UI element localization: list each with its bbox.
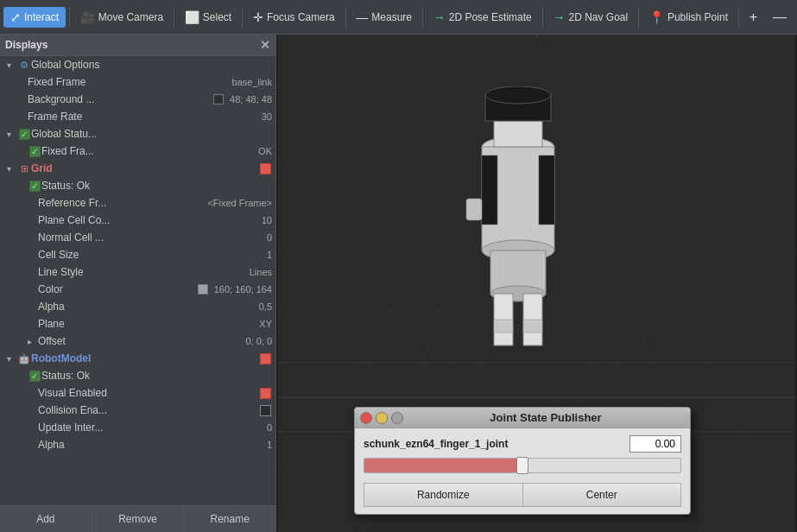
expand-global-options[interactable] [7, 60, 17, 70]
color-row[interactable]: Color 160; 160; 164 [0, 281, 275, 298]
sep-4 [345, 7, 346, 28]
collision-check[interactable] [258, 403, 272, 417]
interact-icon: ⤢ [10, 10, 21, 24]
alpha-row[interactable]: Alpha 0,5 [0, 298, 275, 315]
displays-header: Displays ✕ [0, 35, 275, 56]
tree-area[interactable]: ⚙ Global Options Fixed Frame base_link B… [0, 56, 275, 505]
robot-alpha-label: Alpha [38, 439, 263, 451]
displays-title: Displays [5, 39, 47, 51]
visual-enabled-row[interactable]: Visual Enabled [0, 384, 275, 402]
nav-goal-button[interactable]: → 2D Nav Goal [547, 7, 636, 28]
publish-point-button[interactable]: 📍 Publish Point [642, 7, 735, 28]
jsp-slider-row [364, 458, 681, 476]
global-status-check[interactable]: ✓ [17, 127, 31, 141]
grid-label: Grid [31, 162, 258, 174]
robot-status-row[interactable]: ✓ Status: Ok [0, 367, 275, 384]
add-button[interactable]: Add [0, 506, 92, 532]
background-label: Background ... [28, 93, 213, 105]
move-camera-button[interactable]: 🎥 Move Camera [73, 7, 170, 28]
plane-cell-label: Plane Cell Co... [38, 214, 258, 226]
robot-status-check: ✓ [28, 369, 41, 383]
jsp-joint-name-label: schunk_ezn64_finger_1_joint [364, 438, 508, 450]
frame-rate-value: 30 [258, 111, 272, 122]
background-value: 48; 48; 48 [226, 94, 272, 104]
robot-model-svg [432, 86, 604, 371]
plane-cell-row[interactable]: Plane Cell Co... 10 [0, 212, 275, 229]
update-interval-label: Update Inter... [38, 421, 263, 434]
jsp-content: schunk_ezn64_finger_1_joint Randomize Ce… [355, 428, 690, 514]
plane-row[interactable]: Plane XY [0, 315, 275, 332]
jsp-slider[interactable] [364, 458, 681, 473]
background-row[interactable]: Background ... 48; 48; 48 [0, 91, 275, 108]
sep-7 [638, 7, 639, 28]
global-options-row[interactable]: ⚙ Global Options [0, 56, 275, 73]
fixed-frame-value: base_link [229, 77, 272, 87]
svg-rect-25 [539, 155, 554, 225]
grid-check[interactable] [258, 162, 272, 175]
jsp-maximize-button[interactable] [391, 412, 403, 424]
camera-icon: 🎥 [80, 10, 95, 24]
check-green-icon: ✓ [19, 129, 30, 140]
cell-size-label: Cell Size [38, 249, 263, 261]
plus-button[interactable]: + [743, 6, 764, 28]
expand-offset[interactable] [28, 337, 38, 346]
visual-check[interactable] [258, 386, 272, 400]
cell-size-row[interactable]: Cell Size 1 [0, 246, 275, 263]
line-style-row[interactable]: Line Style Lines [0, 263, 275, 281]
robot-icon: 🤖 [17, 352, 31, 365]
jsp-dialog: Joint State Publisher schunk_ezn64_finge… [354, 407, 691, 515]
focus-camera-button[interactable]: ✛ Focus Camera [246, 7, 342, 28]
check-grid-icon: ✓ [29, 180, 41, 192]
expand-global-status[interactable] [7, 130, 17, 139]
focus-icon: ✛ [253, 10, 263, 24]
robot-check[interactable] [258, 352, 272, 365]
fixed-frame-row[interactable]: Fixed Frame base_link [0, 73, 275, 91]
color-value: 160; 160; 164 [211, 284, 272, 294]
collision-label: Collision Ena... [38, 404, 258, 416]
fixed-frame-label: Fixed Frame [28, 76, 229, 88]
remove-button[interactable]: Remove [92, 506, 185, 532]
grid-row[interactable]: ⊞ Grid [0, 160, 275, 177]
svg-rect-20 [494, 121, 542, 147]
main-layout: Displays ✕ ⚙ Global Options Fixed Frame … [0, 35, 797, 532]
robot-alpha-row[interactable]: Alpha 1 [0, 436, 275, 453]
expand-robot-model[interactable] [7, 354, 17, 364]
pose-estimate-button[interactable]: → 2D Pose Estimate [427, 7, 539, 28]
jsp-button-row: Randomize Center [364, 483, 681, 507]
jsp-joint-value-input[interactable] [629, 435, 681, 453]
measure-button[interactable]: — Measure [349, 7, 419, 28]
jsp-center-button[interactable]: Center [522, 483, 682, 507]
robot-status-label: Status: Ok [41, 370, 272, 382]
fixed-frame-status-row[interactable]: ✓ Fixed Fra... OK [0, 142, 275, 160]
update-interval-row[interactable]: Update Inter... 0 [0, 419, 275, 436]
svg-point-23 [485, 86, 551, 104]
check-robot-icon: ✓ [29, 370, 41, 382]
close-panel-button[interactable]: ✕ [260, 38, 270, 52]
ff-status-check: ✓ [28, 144, 41, 158]
rename-button[interactable]: Rename [184, 506, 275, 532]
measure-icon: — [356, 10, 368, 24]
more-button[interactable]: — [766, 6, 794, 28]
grid-checkbox-icon [260, 163, 271, 174]
normal-cell-value: 0 [263, 232, 272, 243]
robot-model-label: RobotModel [31, 352, 258, 364]
offset-row[interactable]: Offset 0; 0; 0 [0, 332, 275, 350]
normal-cell-row[interactable]: Normal Cell ... 0 [0, 229, 275, 246]
cell-size-value: 1 [263, 250, 272, 260]
toolbar: ⤢ Interact 🎥 Move Camera ⬜ Select ✛ Focu… [0, 0, 797, 35]
grid-status-row[interactable]: ✓ Status: Ok [0, 177, 275, 194]
jsp-minimize-button[interactable] [376, 412, 388, 424]
global-status-row[interactable]: ✓ Global Statu... [0, 125, 275, 142]
robot-checkbox-icon [260, 353, 271, 364]
reference-frame-row[interactable]: Reference Fr... <Fixed Frame> [0, 194, 275, 212]
interact-button[interactable]: ⤢ Interact [3, 7, 66, 28]
select-button[interactable]: ⬜ Select [178, 7, 238, 28]
grid-color-swatch [198, 284, 208, 294]
collision-enabled-row[interactable]: Collision Ena... [0, 402, 275, 419]
frame-rate-row[interactable]: Frame Rate 30 [0, 108, 275, 125]
jsp-randomize-button[interactable]: Randomize [364, 483, 522, 507]
expand-grid[interactable] [7, 164, 17, 174]
jsp-close-button[interactable] [360, 412, 372, 424]
3d-viewport[interactable]: Joint State Publisher schunk_ezn64_finge… [276, 35, 797, 532]
robot-model-row[interactable]: 🤖 RobotModel [0, 350, 275, 367]
